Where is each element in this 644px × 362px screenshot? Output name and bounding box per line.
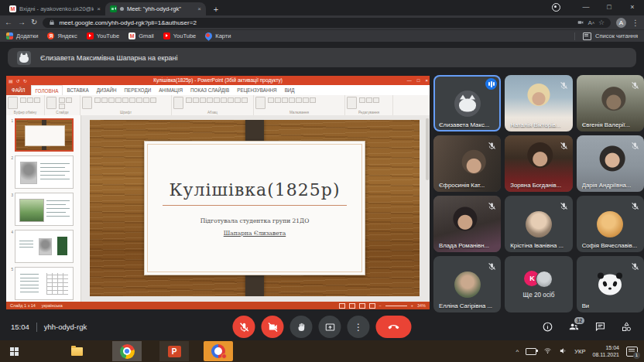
more-options-button[interactable]: ⋮ — [348, 316, 370, 338]
participants-button[interactable]: 32 — [567, 320, 581, 334]
ribbon-big-button[interactable] — [347, 97, 357, 109]
participant-tile-6[interactable]: Влада Романівн... — [433, 196, 501, 252]
ribbon-button[interactable] — [242, 97, 248, 103]
participant-tile-5[interactable]: Дарія Андріївна... — [577, 135, 644, 192]
slideshow-icon[interactable] — [369, 303, 375, 309]
participant-tile-8[interactable]: Софія Вячеславів... — [577, 196, 644, 252]
browser-menu-icon[interactable]: ⋮ — [632, 19, 639, 27]
ribbon-button[interactable] — [214, 97, 220, 103]
battery-icon[interactable] — [526, 348, 536, 355]
tab-close-icon[interactable]: × — [97, 5, 101, 12]
ribbon-tab-8[interactable]: ВИД — [281, 85, 299, 95]
meeting-details-button[interactable] — [540, 320, 554, 334]
reload-icon[interactable]: ↻ — [31, 15, 37, 29]
ribbon-button[interactable] — [20, 97, 26, 103]
raise-hand-button[interactable] — [290, 316, 313, 338]
ribbon-button[interactable] — [303, 97, 309, 103]
save-icon[interactable]: ▤ — [9, 78, 13, 84]
minimize-button[interactable]: — — [574, 0, 598, 14]
ribbon-tab-2[interactable]: ВСТАВКА — [63, 85, 92, 95]
activities-button[interactable] — [619, 320, 633, 334]
bookmark-5[interactable]: Карти — [205, 32, 231, 39]
ribbon-button[interactable] — [34, 97, 40, 103]
ribbon-button[interactable] — [150, 97, 156, 103]
ppt-maximize-button[interactable]: □ — [417, 78, 420, 83]
ribbon-button[interactable] — [59, 104, 65, 109]
profile-avatar[interactable]: А — [616, 18, 626, 28]
action-center-icon[interactable]: 1 — [626, 347, 638, 357]
slide-thumbnail-1[interactable] — [15, 118, 74, 152]
participant-tile-2[interactable]: Євгенія Валерії... — [577, 75, 644, 131]
ribbon-tab-4[interactable]: ПЕРЕХОДИ — [121, 85, 156, 95]
ribbon-button[interactable] — [310, 97, 316, 103]
ribbon-big-button[interactable] — [46, 97, 57, 109]
participant-tile-10[interactable]: KЩе 20 осіб — [505, 256, 572, 312]
bookmark-0[interactable]: Додатки — [6, 32, 38, 39]
bookmark-2[interactable]: YouTube — [87, 32, 119, 39]
ribbon-button[interactable] — [221, 97, 227, 103]
powerpoint-taskbar-button[interactable]: P — [159, 341, 189, 361]
ribbon-button[interactable] — [59, 97, 65, 103]
chrome-taskbar-button[interactable] — [112, 341, 142, 361]
forward-icon[interactable]: → — [18, 15, 26, 29]
ribbon-tab-5[interactable]: АНІМАЦІЯ — [155, 85, 187, 95]
ribbon-big-button[interactable] — [82, 97, 92, 109]
pinned-app-button[interactable] — [204, 341, 233, 361]
back-icon[interactable]: ← — [5, 15, 12, 29]
slide-thumbnail-2[interactable] — [15, 155, 74, 189]
ribbon-button[interactable] — [207, 97, 213, 103]
participant-tile-3[interactable]: Єфросинія Кат... — [433, 135, 501, 192]
ribbon-button[interactable] — [296, 97, 302, 103]
normal-view-icon[interactable] — [339, 303, 345, 309]
chat-button[interactable] — [593, 320, 607, 334]
ribbon-button[interactable] — [200, 97, 206, 103]
bookmark-4[interactable]: YouTube — [163, 32, 196, 39]
ribbon-button[interactable] — [275, 97, 281, 103]
zoom-out-icon[interactable]: − — [379, 303, 382, 308]
ribbon-button[interactable] — [122, 97, 128, 103]
ribbon-button[interactable] — [228, 97, 234, 103]
participant-tile-7[interactable]: Крістіна Іванівна ... — [505, 196, 572, 252]
browser-tab-1[interactable]: Meet: "yhh-odyd-rgk"× — [105, 2, 206, 15]
canvas-scrollbar[interactable] — [426, 118, 429, 180]
ribbon-button[interactable] — [359, 97, 365, 103]
address-bar[interactable]: meet.google.com/yhh-odyd-rgk?pli=1&authu… — [43, 18, 611, 28]
ribbon-button[interactable] — [101, 97, 108, 103]
ribbon-button[interactable] — [66, 97, 72, 103]
ribbon-big-button[interactable] — [8, 97, 18, 109]
bookmark-1[interactable]: ЯЯндекс — [47, 32, 77, 39]
tab-close-icon[interactable]: × — [197, 5, 201, 12]
mic-off-button[interactable] — [233, 316, 255, 338]
ribbon-tab-3[interactable]: ДИЗАЙН — [93, 85, 121, 95]
ribbon-tab-6[interactable]: ПОКАЗ СЛАЙДІВ — [187, 85, 233, 95]
participant-tile-11[interactable]: Ви — [577, 256, 644, 312]
taskbar-clock[interactable]: 15:04 08.11.2021 — [592, 344, 619, 359]
ppt-minimize-button[interactable]: — — [407, 78, 412, 83]
ribbon-button[interactable] — [268, 97, 274, 103]
end-call-button[interactable] — [376, 316, 412, 338]
undo-icon[interactable]: ↺ — [16, 78, 20, 84]
ribbon-tab-1[interactable]: ГОЛОВНА — [31, 85, 63, 95]
maximize-button[interactable]: □ — [598, 0, 621, 14]
new-tab-button[interactable]: + — [211, 5, 221, 15]
zoom-in-icon[interactable]: + — [411, 303, 413, 308]
ribbon-button[interactable] — [115, 97, 122, 103]
close-window-button[interactable]: × — [621, 0, 644, 14]
ppt-close-button[interactable]: × — [425, 78, 428, 83]
ribbon-button[interactable] — [193, 97, 199, 103]
ribbon-tab-7[interactable]: РЕЦЕНЗУВАННЯ — [233, 85, 280, 95]
ribbon-button[interactable] — [373, 97, 379, 103]
ribbon-button[interactable] — [108, 97, 115, 103]
ribbon-button[interactable] — [289, 97, 295, 103]
ribbon-button[interactable] — [129, 97, 135, 103]
ribbon-button[interactable] — [366, 97, 372, 103]
slide-thumbnail-3[interactable] — [15, 193, 74, 226]
speaker-icon[interactable] — [559, 344, 567, 358]
ribbon-button[interactable] — [94, 97, 101, 103]
reading-view-icon[interactable] — [359, 303, 365, 309]
ribbon-button[interactable] — [143, 97, 149, 103]
language-switcher[interactable]: УКР — [574, 348, 585, 355]
slide-sorter-icon[interactable] — [349, 303, 355, 309]
ribbon-button[interactable] — [235, 97, 241, 103]
slide-thumbnail-4[interactable] — [15, 230, 74, 263]
